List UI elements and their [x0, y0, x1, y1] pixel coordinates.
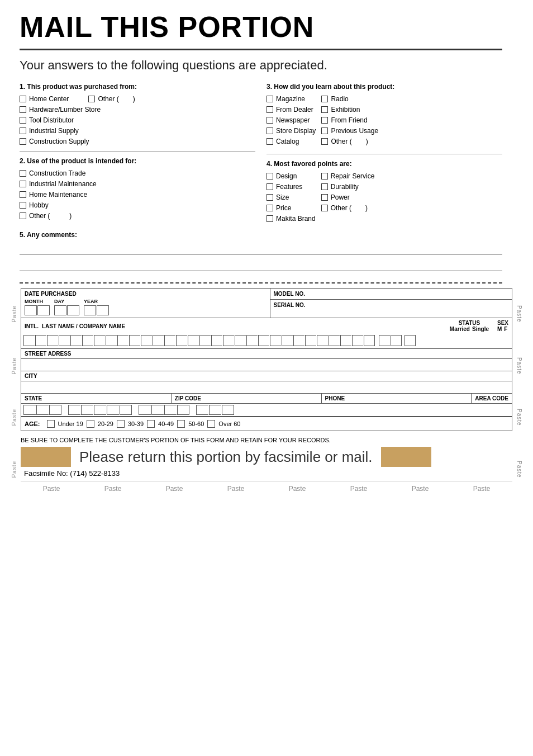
q1-checkbox-3[interactable]	[20, 117, 26, 124]
q4-checkbox-5[interactable]	[266, 215, 273, 222]
phone-box[interactable]	[139, 405, 151, 415]
q4-checkbox-7[interactable]	[321, 183, 328, 190]
name-box[interactable]	[223, 335, 234, 346]
zip-box[interactable]	[120, 405, 132, 415]
year-box-1[interactable]	[84, 305, 96, 315]
name-box[interactable]	[270, 335, 281, 346]
name-box[interactable]	[176, 335, 187, 346]
comment-line-1	[20, 242, 502, 254]
q1-checkbox-1[interactable]	[20, 96, 26, 102]
area-box[interactable]	[209, 405, 221, 415]
age-30-39-checkbox[interactable]	[117, 420, 125, 428]
name-box[interactable]	[117, 335, 129, 346]
name-box[interactable]	[352, 335, 363, 346]
q3-checkbox-4[interactable]	[266, 127, 273, 134]
q3-checkbox-2[interactable]	[266, 106, 273, 113]
q3-other: Other ( )	[321, 138, 378, 145]
paste-right-1: Paste	[516, 305, 522, 323]
name-box[interactable]	[364, 335, 375, 346]
q1-checkbox-4[interactable]	[20, 127, 26, 134]
name-box[interactable]	[82, 335, 93, 346]
comment-line-2	[20, 259, 502, 271]
name-box[interactable]	[293, 335, 304, 346]
name-box[interactable]	[70, 335, 82, 346]
q4-checkbox-1[interactable]	[266, 173, 273, 179]
q1-checkbox-2[interactable]	[20, 106, 26, 113]
name-box[interactable]	[211, 335, 222, 346]
q1-option-5: Construction Supply	[20, 138, 255, 145]
age-40-49-checkbox[interactable]	[147, 420, 155, 428]
q4-checkbox-3[interactable]	[266, 194, 273, 201]
area-box[interactable]	[222, 405, 234, 415]
q2-checkbox-1[interactable]	[20, 170, 26, 177]
name-box[interactable]	[23, 335, 35, 346]
year-box-2[interactable]	[97, 305, 109, 315]
q3-checkbox-6[interactable]	[321, 96, 328, 102]
q4-checkbox-2[interactable]	[266, 183, 273, 190]
city-input[interactable]	[21, 381, 512, 394]
name-box[interactable]	[94, 335, 105, 346]
q4-checkbox-6[interactable]	[321, 173, 328, 179]
name-box[interactable]	[305, 335, 316, 346]
q3-checkbox-9[interactable]	[321, 127, 328, 134]
name-box[interactable]	[282, 335, 293, 346]
phone-box[interactable]	[164, 405, 177, 415]
street-address-input[interactable]	[21, 359, 512, 371]
month-box-1[interactable]	[25, 305, 37, 315]
name-box[interactable]	[153, 335, 164, 346]
age-50-60-checkbox[interactable]	[177, 420, 185, 428]
name-box[interactable]	[258, 335, 269, 346]
day-box-2[interactable]	[67, 305, 79, 315]
q3-checkbox-8[interactable]	[321, 117, 328, 124]
name-box[interactable]	[199, 335, 211, 346]
status-box[interactable]	[391, 335, 402, 346]
q3-checkbox-3[interactable]	[266, 117, 273, 124]
name-box[interactable]	[246, 335, 258, 346]
q2-checkbox-3[interactable]	[20, 191, 26, 198]
q1-checkbox-5[interactable]	[20, 138, 26, 145]
month-box-2[interactable]	[37, 305, 50, 315]
age-under19-checkbox[interactable]	[47, 420, 55, 428]
zip-box[interactable]	[107, 405, 119, 415]
q2-checkbox-4[interactable]	[20, 202, 26, 209]
name-box[interactable]	[141, 335, 152, 346]
q4-checkbox-4[interactable]	[266, 205, 273, 211]
name-box[interactable]	[59, 335, 70, 346]
name-box[interactable]	[129, 335, 140, 346]
zip-box[interactable]	[68, 405, 80, 415]
name-box[interactable]	[188, 335, 199, 346]
name-box[interactable]	[164, 335, 175, 346]
state-box[interactable]	[23, 405, 36, 415]
status-box[interactable]	[379, 335, 390, 346]
name-box[interactable]	[106, 335, 117, 346]
name-box[interactable]	[329, 335, 340, 346]
q3-checkbox-7[interactable]	[321, 106, 328, 113]
name-box[interactable]	[340, 335, 351, 346]
zip-box[interactable]	[81, 405, 93, 415]
q3-checkbox-5[interactable]	[266, 138, 273, 145]
sex-box[interactable]	[404, 335, 416, 346]
name-box[interactable]	[317, 335, 328, 346]
name-box[interactable]	[235, 335, 246, 346]
q1-other-checkbox[interactable]	[88, 96, 95, 102]
state-box[interactable]	[36, 405, 49, 415]
q4-checkbox-8[interactable]	[321, 194, 328, 201]
q3-other-checkbox[interactable]	[321, 138, 328, 145]
q4-title: 4. Most favored points are:	[266, 160, 502, 168]
age-over60-checkbox[interactable]	[207, 420, 215, 428]
q3-checkbox-1[interactable]	[266, 96, 273, 102]
area-box[interactable]	[196, 405, 208, 415]
q2-other-checkbox[interactable]	[20, 212, 26, 219]
phone-box[interactable]	[151, 405, 164, 415]
q4-option-2: Features	[266, 183, 316, 191]
q4-other-checkbox[interactable]	[321, 205, 328, 211]
zip-box[interactable]	[94, 405, 106, 415]
name-box[interactable]	[35, 335, 46, 346]
phone-box[interactable]	[177, 405, 189, 415]
name-box[interactable]	[47, 335, 58, 346]
q2-checkbox-2[interactable]	[20, 181, 26, 187]
age-20-29-checkbox[interactable]	[87, 420, 94, 428]
status-label: STATUS	[450, 320, 489, 326]
state-box[interactable]	[49, 405, 61, 415]
day-box-1[interactable]	[54, 305, 66, 315]
